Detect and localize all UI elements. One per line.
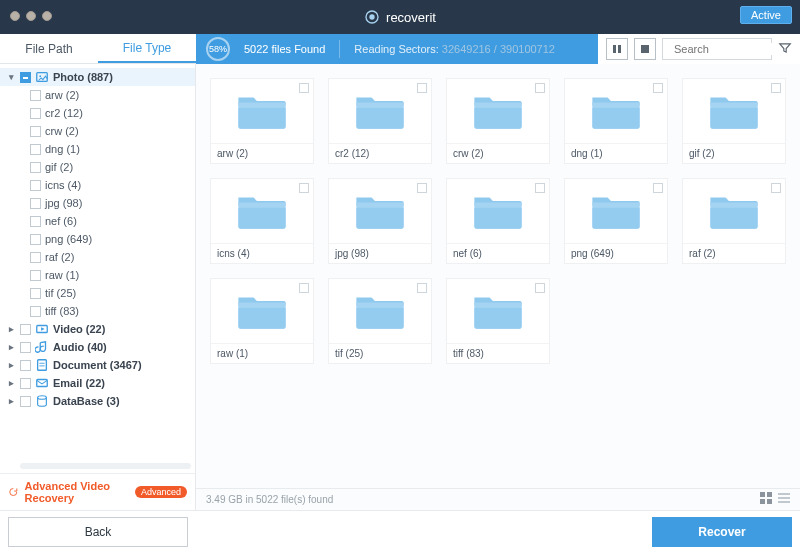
tab-file-type[interactable]: File Type <box>98 34 196 63</box>
checkbox[interactable] <box>653 83 663 93</box>
reading-sectors-label: Reading Sectors: <box>354 43 438 55</box>
checkbox[interactable] <box>653 183 663 193</box>
folder-card[interactable]: tiff (83) <box>446 278 550 364</box>
files-found-label: 5022 files Found <box>244 43 325 55</box>
tree-item[interactable]: cr2 (12) <box>0 104 195 122</box>
scrollbar[interactable] <box>20 463 191 469</box>
svg-rect-17 <box>760 499 765 504</box>
checkbox[interactable] <box>771 83 781 93</box>
tree-item[interactable]: crw (2) <box>0 122 195 140</box>
close-window-icon[interactable] <box>10 11 20 21</box>
folder-card[interactable]: arw (2) <box>210 78 314 164</box>
folder-card[interactable]: cr2 (12) <box>328 78 432 164</box>
checkbox[interactable] <box>535 183 545 193</box>
checkbox[interactable] <box>535 83 545 93</box>
checkbox[interactable] <box>30 198 41 209</box>
checkbox[interactable] <box>20 360 31 371</box>
checkbox[interactable] <box>20 396 31 407</box>
expand-icon[interactable]: ▾ <box>6 72 16 82</box>
category-email[interactable]: ▸Email (22) <box>0 374 195 392</box>
checkbox[interactable] <box>20 378 31 389</box>
pause-button[interactable] <box>606 38 628 60</box>
category-document[interactable]: ▸Document (3467) <box>0 356 195 374</box>
folder-label: raf (2) <box>683 244 785 263</box>
tree-item[interactable]: raw (1) <box>0 266 195 284</box>
folder-icon <box>353 290 407 332</box>
checkbox[interactable] <box>30 126 41 137</box>
category-image[interactable]: ▾Photo (887) <box>0 68 195 86</box>
category-audio[interactable]: ▸Audio (40) <box>0 338 195 356</box>
recover-button[interactable]: Recover <box>652 517 792 547</box>
back-button[interactable]: Back <box>8 517 188 547</box>
folder-card[interactable]: dng (1) <box>564 78 668 164</box>
search-box[interactable] <box>662 38 772 60</box>
expand-icon[interactable]: ▸ <box>6 324 16 334</box>
tree-item[interactable]: tiff (83) <box>0 302 195 320</box>
checkbox[interactable] <box>299 183 309 193</box>
checkbox[interactable] <box>20 72 31 83</box>
tree-item[interactable]: tif (25) <box>0 284 195 302</box>
list-view-button[interactable] <box>778 492 790 507</box>
stop-button[interactable] <box>634 38 656 60</box>
checkbox[interactable] <box>30 252 41 263</box>
maximize-window-icon[interactable] <box>42 11 52 21</box>
tree-item[interactable]: dng (1) <box>0 140 195 158</box>
checkbox[interactable] <box>417 183 427 193</box>
expand-icon[interactable]: ▸ <box>6 360 16 370</box>
checkbox[interactable] <box>30 90 41 101</box>
folder-card[interactable]: gif (2) <box>682 78 786 164</box>
tree-item[interactable]: jpg (98) <box>0 194 195 212</box>
grid-view-button[interactable] <box>760 492 772 507</box>
category-database[interactable]: ▸DataBase (3) <box>0 392 195 410</box>
tree-item[interactable]: icns (4) <box>0 176 195 194</box>
advanced-video-recovery[interactable]: Advanced Video Recovery Advanced <box>0 473 195 510</box>
tree-item-label: arw (2) <box>45 89 79 101</box>
folder-card[interactable]: jpg (98) <box>328 178 432 264</box>
image-icon <box>35 70 49 84</box>
checkbox[interactable] <box>535 283 545 293</box>
checkbox[interactable] <box>30 108 41 119</box>
tree-item[interactable]: raf (2) <box>0 248 195 266</box>
checkbox[interactable] <box>20 324 31 335</box>
folder-card[interactable]: icns (4) <box>210 178 314 264</box>
advanced-badge: Advanced <box>135 486 187 498</box>
checkbox[interactable] <box>30 144 41 155</box>
checkbox[interactable] <box>30 234 41 245</box>
checkbox[interactable] <box>30 216 41 227</box>
folder-card[interactable]: png (649) <box>564 178 668 264</box>
folder-card[interactable]: nef (6) <box>446 178 550 264</box>
tab-file-path[interactable]: File Path <box>0 34 98 63</box>
category-label: DataBase (3) <box>53 395 120 407</box>
checkbox[interactable] <box>30 306 41 317</box>
folder-thumb <box>565 79 667 144</box>
checkbox[interactable] <box>417 283 427 293</box>
tree-item[interactable]: gif (2) <box>0 158 195 176</box>
checkbox[interactable] <box>299 283 309 293</box>
tree-item[interactable]: png (649) <box>0 230 195 248</box>
expand-icon[interactable]: ▸ <box>6 342 16 352</box>
category-video[interactable]: ▸Video (22) <box>0 320 195 338</box>
tree-item[interactable]: arw (2) <box>0 86 195 104</box>
checkbox[interactable] <box>20 342 31 353</box>
tree-item-label: png (649) <box>45 233 92 245</box>
svg-rect-10 <box>38 360 47 371</box>
expand-icon[interactable]: ▸ <box>6 378 16 388</box>
active-button[interactable]: Active <box>740 6 792 24</box>
folder-card[interactable]: crw (2) <box>446 78 550 164</box>
checkbox[interactable] <box>417 83 427 93</box>
filter-button[interactable] <box>778 41 792 58</box>
checkbox[interactable] <box>30 270 41 281</box>
folder-card[interactable]: tif (25) <box>328 278 432 364</box>
checkbox[interactable] <box>30 288 41 299</box>
checkbox[interactable] <box>299 83 309 93</box>
checkbox[interactable] <box>30 162 41 173</box>
tree-item[interactable]: nef (6) <box>0 212 195 230</box>
folder-card[interactable]: raf (2) <box>682 178 786 264</box>
folder-card[interactable]: raw (1) <box>210 278 314 364</box>
folder-label: arw (2) <box>211 144 313 163</box>
expand-icon[interactable]: ▸ <box>6 396 16 406</box>
checkbox[interactable] <box>30 180 41 191</box>
minimize-window-icon[interactable] <box>26 11 36 21</box>
window-controls[interactable] <box>10 11 52 21</box>
checkbox[interactable] <box>771 183 781 193</box>
